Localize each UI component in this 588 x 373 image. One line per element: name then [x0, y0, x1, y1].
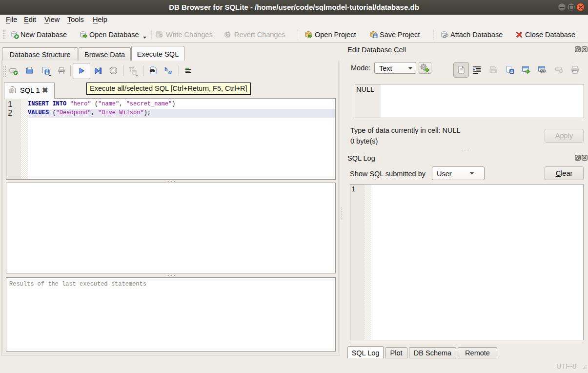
svg-text:b: b [164, 66, 168, 73]
svg-text:a: a [168, 68, 172, 75]
